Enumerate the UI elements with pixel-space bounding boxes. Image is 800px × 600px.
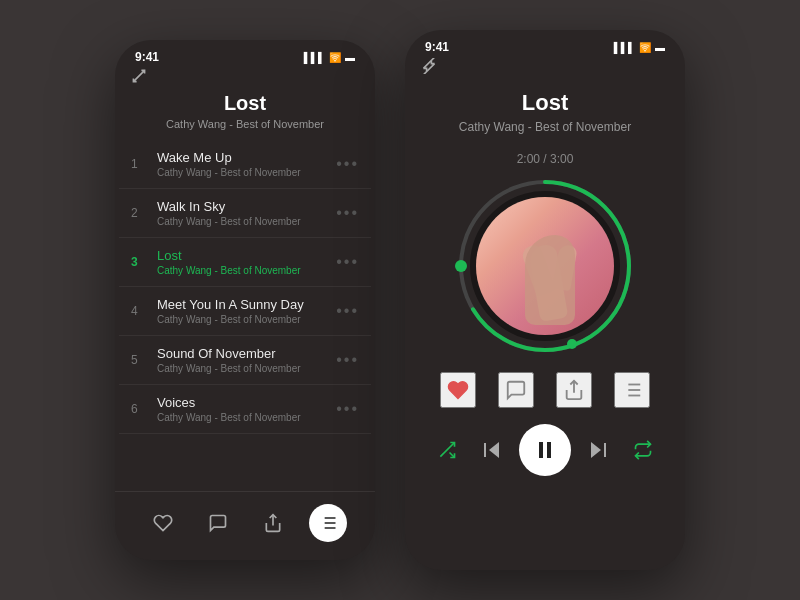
shrink-icon[interactable] [405,58,685,76]
svg-marker-22 [591,442,601,458]
playlist-button[interactable] [614,372,650,408]
track-more-button[interactable]: ••• [336,156,359,172]
track-item[interactable]: 2Walk In SkyCathy Wang - Best of Novembe… [119,189,371,238]
track-name: Walk In Sky [157,199,336,214]
album-art [470,191,620,341]
time-display: 2:00 / 3:00 [517,152,574,166]
track-artist: Cathy Wang - Best of November [157,363,336,374]
track-artist: Cathy Wang - Best of November [157,314,336,325]
player-signal-icon: ▌▌▌ [614,42,635,53]
track-name: Wake Me Up [157,150,336,165]
player-status-bar: 9:41 ▌▌▌ 🛜 ▬ [405,30,685,58]
list-track-subtitle: Cathy Wang - Best of November [131,118,359,130]
track-list: 1Wake Me UpCathy Wang - Best of November… [115,140,375,491]
track-number: 5 [131,353,149,367]
track-more-button[interactable]: ••• [336,303,359,319]
svg-rect-21 [547,442,551,458]
track-more-button[interactable]: ••• [336,352,359,368]
heart-button[interactable] [440,372,476,408]
track-name: Lost [157,248,336,263]
comment-nav-button[interactable] [199,504,237,542]
player-header: Lost Cathy Wang - Best of November [405,76,685,142]
now-playing-header: Lost Cathy Wang - Best of November [115,88,375,140]
track-artist: Cathy Wang - Best of November [157,265,336,276]
track-info: VoicesCathy Wang - Best of November [157,395,336,423]
track-item[interactable]: 3LostCathy Wang - Best of November••• [119,238,371,287]
track-info: Walk In SkyCathy Wang - Best of November [157,199,336,227]
track-artist: Cathy Wang - Best of November [157,216,336,227]
player-controls [405,416,685,496]
player-battery-icon: ▬ [655,42,665,53]
svg-rect-20 [539,442,543,458]
player-track-title: Lost [421,90,669,116]
track-item[interactable]: 6VoicesCathy Wang - Best of November••• [119,385,371,434]
track-info: Meet You In A Sunny DayCathy Wang - Best… [157,297,336,325]
scrubber-dot [455,260,467,272]
battery-icon: ▬ [345,52,355,63]
wifi-icon: 🛜 [329,52,341,63]
progress-end-dot [567,339,577,349]
track-info: Sound Of NovemberCathy Wang - Best of No… [157,346,336,374]
track-number: 2 [131,206,149,220]
pause-button[interactable] [519,424,571,476]
player-actions [405,356,685,416]
player-status-icons: ▌▌▌ 🛜 ▬ [614,42,665,53]
track-artist: Cathy Wang - Best of November [157,412,336,423]
status-bar: 9:41 ▌▌▌ 🛜 ▬ [115,40,375,68]
track-more-button[interactable]: ••• [336,401,359,417]
album-art-image [476,197,614,335]
player-track-subtitle: Cathy Wang - Best of November [421,120,669,134]
comment-button[interactable] [498,372,534,408]
track-more-button[interactable]: ••• [336,205,359,221]
prev-button[interactable] [474,432,510,468]
bottom-nav [115,491,375,560]
track-name: Sound Of November [157,346,336,361]
player-wifi-icon: 🛜 [639,42,651,53]
svg-marker-18 [489,442,499,458]
track-artist: Cathy Wang - Best of November [157,167,336,178]
share-button[interactable] [556,372,592,408]
status-time: 9:41 [135,50,159,64]
track-number: 6 [131,402,149,416]
track-info: Wake Me UpCathy Wang - Best of November [157,150,336,178]
track-number: 1 [131,157,149,171]
share-nav-button[interactable] [254,504,292,542]
list-phone: 9:41 ▌▌▌ 🛜 ▬ Lost Cathy Wang - Best of N… [115,40,375,560]
list-track-title: Lost [131,92,359,115]
track-more-button[interactable]: ••• [336,254,359,270]
track-name: Meet You In A Sunny Day [157,297,336,312]
player-status-time: 9:41 [425,40,449,54]
track-item[interactable]: 1Wake Me UpCathy Wang - Best of November… [119,140,371,189]
track-number: 3 [131,255,149,269]
player-phone: 9:41 ▌▌▌ 🛜 ▬ Lost Cathy Wang - Best of N… [405,30,685,570]
track-name: Voices [157,395,336,410]
track-item[interactable]: 5Sound Of NovemberCathy Wang - Best of N… [119,336,371,385]
track-info: LostCathy Wang - Best of November [157,248,336,276]
circle-progress-container: 2:00 / 3:00 [405,142,685,356]
status-icons: ▌▌▌ 🛜 ▬ [304,52,355,63]
shuffle-button[interactable] [429,432,465,468]
track-item[interactable]: 4Meet You In A Sunny DayCathy Wang - Bes… [119,287,371,336]
playlist-nav-button[interactable] [309,504,347,542]
circle-progress-wrapper[interactable] [455,176,635,356]
expand-icon[interactable] [115,68,375,88]
signal-icon: ▌▌▌ [304,52,325,63]
heart-nav-button[interactable] [144,504,182,542]
next-button[interactable] [580,432,616,468]
track-number: 4 [131,304,149,318]
repeat-button[interactable] [625,432,661,468]
